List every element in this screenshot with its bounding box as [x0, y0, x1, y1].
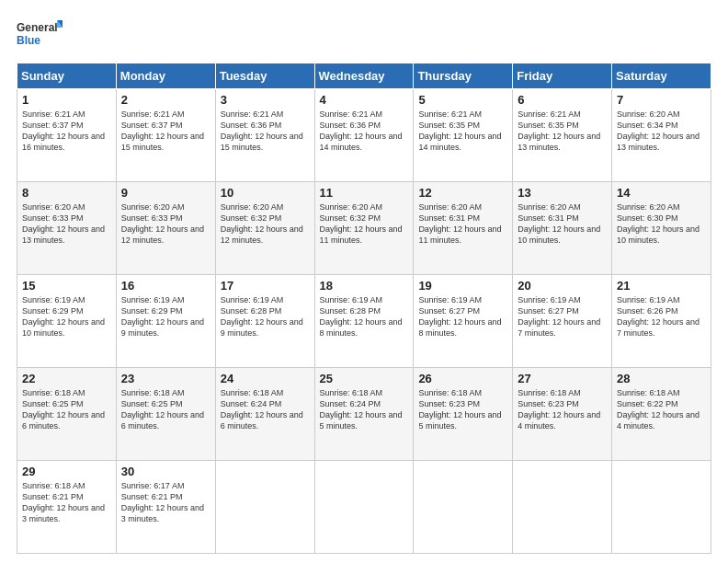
day-number: 26 [418, 372, 507, 385]
table-row: 27 Sunrise: 6:18 AM Sunset: 6:23 PM Dayl… [513, 368, 612, 461]
day-number: 12 [418, 186, 507, 200]
cell-content: Sunrise: 6:21 AM Sunset: 6:36 PM Dayligh… [221, 109, 310, 154]
day-number: 17 [221, 279, 310, 293]
cell-content: Sunrise: 6:17 AM Sunset: 6:21 PM Dayligh… [121, 480, 210, 525]
table-row: 1 Sunrise: 6:21 AM Sunset: 6:37 PM Dayli… [17, 89, 117, 182]
table-row [513, 461, 612, 554]
day-number: 24 [221, 372, 310, 385]
day-number: 9 [121, 186, 210, 200]
day-number: 4 [320, 93, 409, 107]
table-row: 22 Sunrise: 6:18 AM Sunset: 6:25 PM Dayl… [17, 368, 117, 461]
day-number: 25 [320, 372, 409, 385]
col-thursday: Thursday [414, 63, 513, 89]
table-row: 13 Sunrise: 6:20 AM Sunset: 6:31 PM Dayl… [513, 182, 612, 275]
cell-content: Sunrise: 6:19 AM Sunset: 6:29 PM Dayligh… [121, 294, 210, 339]
day-number: 27 [518, 372, 607, 385]
day-number: 6 [518, 93, 607, 107]
cell-content: Sunrise: 6:20 AM Sunset: 6:31 PM Dayligh… [418, 201, 507, 247]
col-wednesday: Wednesday [314, 63, 414, 89]
table-row: 6 Sunrise: 6:21 AM Sunset: 6:35 PM Dayli… [513, 89, 612, 182]
cell-content: Sunrise: 6:19 AM Sunset: 6:29 PM Dayligh… [22, 294, 111, 339]
cell-content: Sunrise: 6:18 AM Sunset: 6:25 PM Dayligh… [121, 387, 210, 432]
cell-content: Sunrise: 6:21 AM Sunset: 6:36 PM Dayligh… [320, 109, 409, 154]
cell-content: Sunrise: 6:18 AM Sunset: 6:24 PM Dayligh… [221, 387, 310, 432]
table-row: 4 Sunrise: 6:21 AM Sunset: 6:36 PM Dayli… [314, 89, 414, 182]
cell-content: Sunrise: 6:21 AM Sunset: 6:35 PM Dayligh… [418, 109, 507, 154]
cell-content: Sunrise: 6:21 AM Sunset: 6:37 PM Dayligh… [121, 109, 210, 154]
cell-content: Sunrise: 6:20 AM Sunset: 6:32 PM Dayligh… [320, 201, 409, 247]
table-row: 19 Sunrise: 6:19 AM Sunset: 6:27 PM Dayl… [414, 275, 513, 368]
cell-content: Sunrise: 6:20 AM Sunset: 6:33 PM Dayligh… [22, 201, 111, 247]
day-number: 22 [22, 372, 111, 385]
table-row: 8 Sunrise: 6:20 AM Sunset: 6:33 PM Dayli… [17, 182, 117, 275]
day-number: 3 [221, 93, 310, 107]
day-number: 28 [617, 372, 706, 385]
day-number: 11 [320, 186, 409, 200]
cell-content: Sunrise: 6:19 AM Sunset: 6:28 PM Dayligh… [221, 294, 310, 339]
day-number: 14 [617, 186, 706, 200]
cell-content: Sunrise: 6:20 AM Sunset: 6:30 PM Dayligh… [617, 201, 706, 247]
cell-content: Sunrise: 6:18 AM Sunset: 6:23 PM Dayligh… [418, 387, 507, 432]
logo: General Blue [17, 17, 63, 53]
table-row: 28 Sunrise: 6:18 AM Sunset: 6:22 PM Dayl… [612, 368, 711, 461]
table-row: 10 Sunrise: 6:20 AM Sunset: 6:32 PM Dayl… [215, 182, 314, 275]
svg-text:Blue: Blue [17, 34, 40, 47]
cell-content: Sunrise: 6:21 AM Sunset: 6:35 PM Dayligh… [518, 109, 607, 154]
cell-content: Sunrise: 6:18 AM Sunset: 6:25 PM Dayligh… [22, 387, 111, 432]
table-row [612, 461, 711, 554]
table-row: 17 Sunrise: 6:19 AM Sunset: 6:28 PM Dayl… [215, 275, 314, 368]
cell-content: Sunrise: 6:20 AM Sunset: 6:34 PM Dayligh… [617, 109, 706, 154]
day-number: 23 [121, 372, 210, 385]
table-row: 16 Sunrise: 6:19 AM Sunset: 6:29 PM Dayl… [116, 275, 215, 368]
calendar: Sunday Monday Tuesday Wednesday Thursday… [17, 63, 711, 554]
day-number: 1 [22, 93, 111, 107]
table-row: 2 Sunrise: 6:21 AM Sunset: 6:37 PM Dayli… [116, 89, 215, 182]
day-number: 30 [121, 465, 210, 478]
table-row: 23 Sunrise: 6:18 AM Sunset: 6:25 PM Dayl… [116, 368, 215, 461]
table-row: 12 Sunrise: 6:20 AM Sunset: 6:31 PM Dayl… [414, 182, 513, 275]
day-number: 5 [418, 93, 507, 107]
table-row: 20 Sunrise: 6:19 AM Sunset: 6:27 PM Dayl… [513, 275, 612, 368]
table-row: 9 Sunrise: 6:20 AM Sunset: 6:33 PM Dayli… [116, 182, 215, 275]
cell-content: Sunrise: 6:18 AM Sunset: 6:23 PM Dayligh… [518, 387, 607, 432]
col-tuesday: Tuesday [215, 63, 314, 89]
table-row: 3 Sunrise: 6:21 AM Sunset: 6:36 PM Dayli… [215, 89, 314, 182]
col-friday: Friday [513, 63, 612, 89]
table-row: 11 Sunrise: 6:20 AM Sunset: 6:32 PM Dayl… [314, 182, 414, 275]
day-number: 20 [518, 279, 607, 293]
table-row: 30 Sunrise: 6:17 AM Sunset: 6:21 PM Dayl… [116, 461, 215, 554]
cell-content: Sunrise: 6:19 AM Sunset: 6:27 PM Dayligh… [518, 294, 607, 339]
day-number: 21 [617, 279, 706, 293]
page: General Blue Sunday Monday Tuesday Wedne… [0, 0, 728, 563]
day-number: 29 [22, 465, 111, 478]
day-number: 18 [320, 279, 409, 293]
cell-content: Sunrise: 6:19 AM Sunset: 6:27 PM Dayligh… [418, 294, 507, 339]
day-number: 10 [221, 186, 310, 200]
table-row: 15 Sunrise: 6:19 AM Sunset: 6:29 PM Dayl… [17, 275, 117, 368]
day-number: 19 [418, 279, 507, 293]
table-row: 5 Sunrise: 6:21 AM Sunset: 6:35 PM Dayli… [414, 89, 513, 182]
table-row: 24 Sunrise: 6:18 AM Sunset: 6:24 PM Dayl… [215, 368, 314, 461]
table-row [215, 461, 314, 554]
table-row: 29 Sunrise: 6:18 AM Sunset: 6:21 PM Dayl… [17, 461, 117, 554]
day-number: 7 [617, 93, 706, 107]
table-row: 21 Sunrise: 6:19 AM Sunset: 6:26 PM Dayl… [612, 275, 711, 368]
cell-content: Sunrise: 6:20 AM Sunset: 6:33 PM Dayligh… [121, 201, 210, 247]
cell-content: Sunrise: 6:18 AM Sunset: 6:24 PM Dayligh… [320, 387, 409, 432]
table-row: 18 Sunrise: 6:19 AM Sunset: 6:28 PM Dayl… [314, 275, 414, 368]
cell-content: Sunrise: 6:18 AM Sunset: 6:22 PM Dayligh… [617, 387, 706, 432]
day-number: 15 [22, 279, 111, 293]
cell-content: Sunrise: 6:20 AM Sunset: 6:32 PM Dayligh… [221, 201, 310, 247]
cell-content: Sunrise: 6:18 AM Sunset: 6:21 PM Dayligh… [22, 480, 111, 525]
svg-text:General: General [17, 21, 58, 34]
col-monday: Monday [116, 63, 215, 89]
table-row: 26 Sunrise: 6:18 AM Sunset: 6:23 PM Dayl… [414, 368, 513, 461]
table-row: 7 Sunrise: 6:20 AM Sunset: 6:34 PM Dayli… [612, 89, 711, 182]
logo-svg: General Blue [17, 17, 63, 53]
day-number: 13 [518, 186, 607, 200]
cell-content: Sunrise: 6:19 AM Sunset: 6:26 PM Dayligh… [617, 294, 706, 339]
cell-content: Sunrise: 6:19 AM Sunset: 6:28 PM Dayligh… [320, 294, 409, 339]
day-number: 2 [121, 93, 210, 107]
table-row [414, 461, 513, 554]
day-number: 8 [22, 186, 111, 200]
